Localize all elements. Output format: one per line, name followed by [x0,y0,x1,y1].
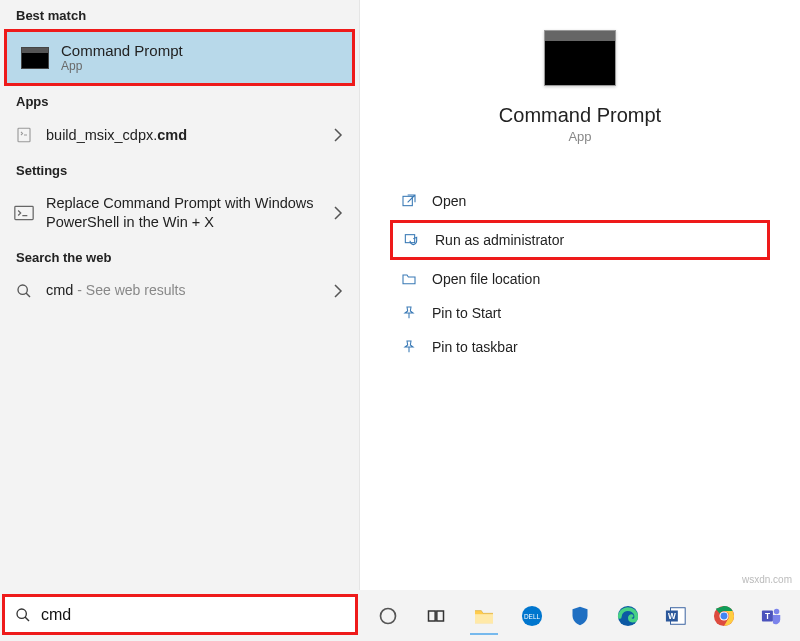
action-pin-to-start[interactable]: Pin to Start [390,296,770,330]
best-match-subtitle: App [61,59,183,73]
search-icon [14,281,34,301]
pin-taskbar-icon [400,338,418,356]
open-icon [400,192,418,210]
svg-point-2 [18,285,27,294]
teams-icon: T [760,604,784,628]
section-best-match: Best match [0,0,359,29]
watermark: wsxdn.com [742,574,792,585]
chevron-right-icon [333,206,343,220]
svg-rect-1 [15,206,33,219]
taskbar-button-security[interactable] [560,595,600,637]
dell-icon: DELL [520,604,544,628]
folder-icon [400,270,418,288]
word-icon: W [664,604,688,628]
svg-rect-3 [403,196,412,205]
taskbar-button-dell[interactable]: DELL [512,595,552,637]
task-view-icon [424,604,448,628]
action-label: Pin to Start [432,305,501,321]
shield-icon [568,604,592,628]
taskbar-button-taskview[interactable] [416,595,456,637]
svg-rect-9 [475,614,493,623]
app-subtitle: App [568,129,591,144]
cmd-icon-large [544,30,616,86]
taskbar-button-explorer[interactable] [464,595,504,637]
search-input[interactable] [41,606,345,624]
admin-shield-icon [403,231,421,249]
svg-text:T: T [765,611,770,620]
svg-text:DELL: DELL [524,612,540,619]
file-explorer-icon [472,604,496,628]
terminal-icon [14,203,34,223]
chrome-icon [712,604,736,628]
action-open[interactable]: Open [390,184,770,218]
cmd-icon [21,47,49,69]
action-label: Open file location [432,271,540,287]
chevron-right-icon [333,284,343,298]
action-label: Open [432,193,466,209]
apps-result-label: build_msix_cdpx.cmd [46,126,187,145]
taskbar-button-chrome[interactable] [704,595,744,637]
taskbar-button-cortana[interactable] [368,595,408,637]
action-label: Pin to taskbar [432,339,518,355]
taskbar: DELL W T [360,590,800,641]
svg-point-18 [721,612,728,619]
search-results-panel: Best match Command Prompt App Apps build… [0,0,360,590]
search-box[interactable] [2,594,358,635]
best-match-title: Command Prompt [61,42,183,59]
section-apps: Apps [0,86,359,115]
svg-rect-7 [429,611,436,621]
action-pin-to-taskbar[interactable]: Pin to taskbar [390,330,770,364]
svg-rect-8 [437,611,444,621]
script-file-icon [14,125,34,145]
svg-text:W: W [668,611,676,620]
chevron-right-icon [333,128,343,142]
app-title: Command Prompt [499,104,661,127]
taskbar-row: DELL W T [0,590,800,641]
section-settings: Settings [0,155,359,184]
svg-point-6 [381,608,396,623]
pin-start-icon [400,304,418,322]
details-panel: Command Prompt App Open Run as administr… [360,0,800,590]
action-label: Run as administrator [435,232,564,248]
apps-result-item[interactable]: build_msix_cdpx.cmd [0,115,359,155]
actions-list: Open Run as administrator Open file loca… [390,184,770,364]
best-match-result[interactable]: Command Prompt App [4,29,355,86]
edge-icon [616,604,640,628]
settings-result-label: Replace Command Prompt with Windows Powe… [46,194,323,232]
action-run-as-admin[interactable]: Run as administrator [390,220,770,260]
taskbar-button-teams[interactable]: T [752,595,792,637]
settings-result-item[interactable]: Replace Command Prompt with Windows Powe… [0,184,359,242]
cortana-icon [376,604,400,628]
section-search-web: Search the web [0,242,359,271]
taskbar-button-word[interactable]: W [656,595,696,637]
search-icon [15,607,31,623]
svg-point-21 [774,608,780,614]
web-result-label: cmd - See web results [46,281,185,300]
web-result-item[interactable]: cmd - See web results [0,271,359,311]
taskbar-button-edge[interactable] [608,595,648,637]
action-open-file-location[interactable]: Open file location [390,262,770,296]
svg-point-5 [17,609,26,618]
